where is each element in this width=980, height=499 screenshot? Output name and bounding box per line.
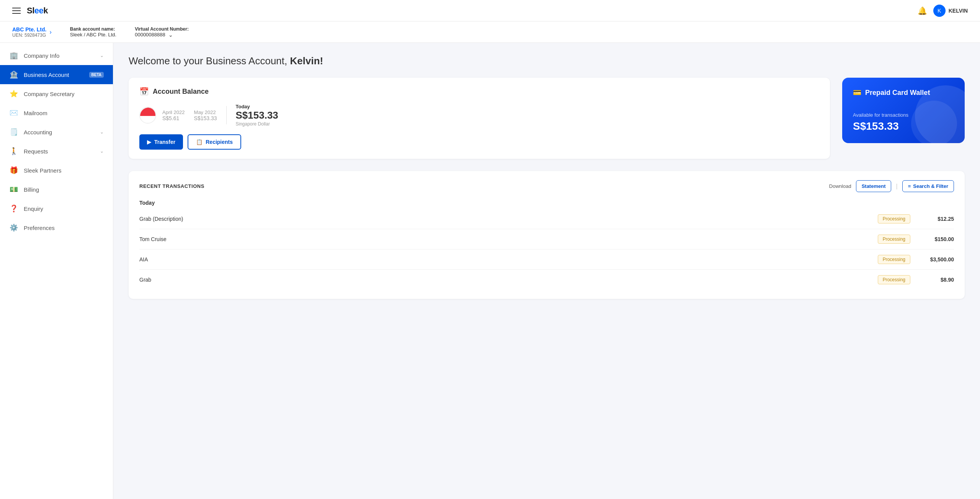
transactions-actions: Download Statement | ≡ Search & Filter [829,180,954,192]
billing-icon: 💵 [9,185,18,194]
today-value: S$153.33 [236,109,278,121]
bank-info: Bank account name: Sleek / ABC Pte. Ltd.… [70,26,189,38]
bank-account-name-value: Sleek / ABC Pte. Ltd. [70,32,116,38]
transaction-name: AIA [139,256,878,263]
balance-divider [226,106,227,124]
singapore-flag [139,107,156,124]
april-label: April 2022 [162,109,185,115]
virtual-account-chevron-icon[interactable]: ⌄ [168,32,173,38]
sidebar-label-billing: Billing [24,186,104,193]
balance-today: Today S$153.33 Singapore Dollar [236,104,278,127]
download-label: Download [829,183,851,189]
top-navigation: Sleek 🔔 K KELVIN [0,0,980,21]
bank-account-name-label: Bank account name: [70,26,116,32]
sidebar-label-business-account: Business Account [24,72,82,78]
transactions-section: RECENT TRANSACTIONS Download Statement |… [129,171,965,299]
actions-divider: | [896,183,897,190]
card-icon: 💳 [853,88,861,97]
mail-icon: ✉️ [9,109,18,117]
sidebar-item-business-account[interactable]: 🏦 Business Account BETA [0,65,113,84]
today-currency: Singapore Dollar [236,121,278,127]
transaction-name: Grab [139,277,878,283]
status-badge: Processing [878,214,910,223]
hamburger-menu-icon[interactable] [12,8,21,14]
prepaid-decoration-circle2 [911,101,957,143]
recipients-label: Recipients [206,139,233,145]
transactions-group-today: Today [139,200,954,206]
status-badge: Processing [878,275,910,284]
logo: Sleek [27,6,48,16]
welcome-message: Welcome to your Business Account, Kelvin… [129,55,965,67]
sidebar-label-company-secretary: Company Secretary [24,91,104,97]
statement-button[interactable]: Statement [856,180,892,192]
transactions-title: RECENT TRANSACTIONS [139,183,204,189]
prepaid-card-wallet: 💳 Prepaid Card Wallet Available for tran… [842,78,965,143]
company-info-text: ABC Pte. Ltd. UEN: 5928473G [12,26,46,38]
sidebar-label-sleek-partners: Sleek Partners [24,167,104,174]
sidebar-item-company-info[interactable]: 🏢 Company Info ⌄ [0,46,113,65]
filter-icon: ≡ [908,183,911,189]
bank-icon: 🏦 [9,70,18,79]
status-badge: Processing [878,235,910,244]
balance-actions: ▶ Transfer 📋 Recipients [139,134,819,150]
balance-card-title: 📅 Account Balance [139,87,819,96]
sidebar: 🏢 Company Info ⌄ 🏦 Business Account BETA… [0,43,113,499]
may-value: S$153.33 [194,115,217,121]
sidebar-item-requests[interactable]: 🚶 Requests ⌄ [0,142,113,161]
enquiry-icon: ❓ [9,204,18,213]
sidebar-label-mailroom: Mailroom [24,110,104,116]
prepaid-available-label: Available for transactions [853,112,954,118]
search-filter-button[interactable]: ≡ Search & Filter [902,180,954,192]
virtual-account-value: 00000088888 [135,32,165,38]
layout: 🏢 Company Info ⌄ 🏦 Business Account BETA… [0,0,980,499]
company-expand-icon[interactable]: › [49,29,51,36]
user-menu[interactable]: K KELVIN [933,5,968,17]
april-value: S$5.61 [162,115,185,121]
transaction-amount: $12.25 [920,216,954,222]
virtual-account-row: 00000088888 ⌄ [135,32,189,38]
sidebar-label-enquiry: Enquiry [24,205,104,212]
requests-icon: 🚶 [9,147,18,155]
account-balance-card: 📅 Account Balance April 2022 S$5.61 May … [129,78,830,159]
recipients-button[interactable]: 📋 Recipients [188,134,241,150]
sidebar-item-enquiry[interactable]: ❓ Enquiry [0,199,113,218]
balance-may: May 2022 S$153.33 [194,109,217,121]
accounting-chevron-icon: ⌄ [100,129,104,135]
balance-title-text: Account Balance [153,88,209,96]
avatar: K [933,5,946,17]
sidebar-item-mailroom[interactable]: ✉️ Mailroom [0,103,113,122]
requests-chevron-icon: ⌄ [100,148,104,154]
logo-accent: ee [34,6,43,15]
company-name[interactable]: ABC Pte. Ltd. [12,26,46,33]
bank-account-name: Bank account name: Sleek / ABC Pte. Ltd. [70,26,116,38]
table-row: Tom Cruise Processing $150.00 [139,229,954,250]
chevron-down-icon: ⌄ [100,53,104,58]
sidebar-item-company-secretary[interactable]: ⭐ Company Secretary [0,84,113,103]
table-row: Grab Processing $8.90 [139,270,954,290]
star-icon: ⭐ [9,90,18,98]
transfer-button[interactable]: ▶ Transfer [139,134,183,150]
topnav-right: 🔔 K KELVIN [918,5,968,17]
subheader: ABC Pte. Ltd. UEN: 5928473G › Bank accou… [0,21,980,43]
transactions-header: RECENT TRANSACTIONS Download Statement |… [139,180,954,192]
status-badge: Processing [878,255,910,264]
table-row: Grab (Description) Processing $12.25 [139,209,954,229]
virtual-account: Virtual Account Number: 00000088888 ⌄ [135,26,189,38]
sidebar-item-preferences[interactable]: ⚙️ Preferences [0,218,113,237]
transaction-amount: $8.90 [920,277,954,283]
prepaid-title-text: Prepaid Card Wallet [865,89,930,97]
company-uen: UEN: 5928473G [12,33,46,38]
welcome-username: Kelvin! [290,55,323,67]
sidebar-item-billing[interactable]: 💵 Billing [0,180,113,199]
sidebar-item-sleek-partners[interactable]: 🎁 Sleek Partners [0,161,113,180]
today-label: Today [236,104,278,109]
sg-flag-circle [140,108,156,124]
bell-icon[interactable]: 🔔 [918,6,927,15]
transaction-amount: $150.00 [920,236,954,242]
sidebar-item-accounting[interactable]: 🗒️ Accounting ⌄ [0,122,113,142]
sidebar-label-preferences: Preferences [24,225,104,231]
virtual-account-label: Virtual Account Number: [135,26,189,32]
beta-badge: BETA [89,72,104,78]
recipients-icon: 📋 [196,139,203,145]
balance-row: April 2022 S$5.61 May 2022 S$153.33 Toda… [139,104,819,127]
